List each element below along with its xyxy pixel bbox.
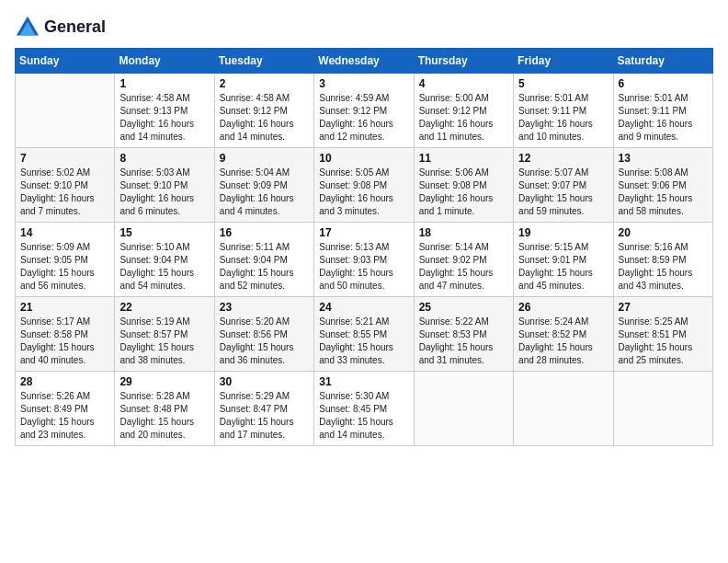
day-number: 14 (20, 226, 109, 239)
weekday-header: Friday (514, 49, 613, 74)
day-number: 8 (119, 152, 209, 165)
day-info: Sunrise: 5:30 AM Sunset: 8:45 PM Dayligh… (319, 390, 408, 442)
day-info: Sunrise: 5:01 AM Sunset: 9:11 PM Dayligh… (518, 92, 608, 144)
day-number: 3 (319, 77, 408, 90)
calendar-cell: 4Sunrise: 5:00 AM Sunset: 9:12 PM Daylig… (414, 74, 513, 148)
day-info: Sunrise: 5:26 AM Sunset: 8:49 PM Dayligh… (20, 390, 109, 442)
day-number: 5 (518, 77, 608, 90)
day-number: 15 (119, 226, 209, 239)
day-info: Sunrise: 4:58 AM Sunset: 9:13 PM Dayligh… (119, 92, 209, 144)
calendar-cell: 10Sunrise: 5:05 AM Sunset: 9:08 PM Dayli… (314, 148, 414, 223)
calendar-week-row: 7Sunrise: 5:02 AM Sunset: 9:10 PM Daylig… (16, 148, 713, 223)
day-info: Sunrise: 5:08 AM Sunset: 9:06 PM Dayligh… (619, 167, 708, 218)
calendar-cell: 28Sunrise: 5:26 AM Sunset: 8:49 PM Dayli… (16, 372, 115, 446)
calendar-cell: 26Sunrise: 5:24 AM Sunset: 8:52 PM Dayli… (514, 297, 613, 372)
day-info: Sunrise: 5:10 AM Sunset: 9:04 PM Dayligh… (119, 241, 209, 293)
logo: General (15, 15, 106, 40)
calendar-cell (414, 372, 513, 446)
calendar-cell: 29Sunrise: 5:28 AM Sunset: 8:48 PM Dayli… (115, 372, 214, 446)
calendar-cell: 25Sunrise: 5:22 AM Sunset: 8:53 PM Dayli… (414, 297, 513, 372)
calendar-cell: 17Sunrise: 5:13 AM Sunset: 9:03 PM Dayli… (314, 223, 414, 297)
day-info: Sunrise: 4:59 AM Sunset: 9:12 PM Dayligh… (319, 92, 408, 144)
calendar-week-row: 1Sunrise: 4:58 AM Sunset: 9:13 PM Daylig… (16, 74, 713, 148)
day-number: 22 (119, 301, 209, 314)
day-number: 9 (220, 152, 309, 165)
calendar-cell: 27Sunrise: 5:25 AM Sunset: 8:51 PM Dayli… (613, 297, 712, 372)
day-info: Sunrise: 5:21 AM Sunset: 8:55 PM Dayligh… (319, 316, 408, 367)
calendar-cell: 18Sunrise: 5:14 AM Sunset: 9:02 PM Dayli… (414, 223, 513, 297)
day-number: 20 (619, 226, 708, 239)
day-info: Sunrise: 5:09 AM Sunset: 9:05 PM Dayligh… (20, 241, 109, 293)
day-info: Sunrise: 5:15 AM Sunset: 9:01 PM Dayligh… (518, 241, 608, 293)
day-info: Sunrise: 5:22 AM Sunset: 8:53 PM Dayligh… (419, 316, 508, 367)
calendar-cell: 20Sunrise: 5:16 AM Sunset: 8:59 PM Dayli… (613, 223, 712, 297)
day-number: 13 (619, 152, 708, 165)
day-number: 26 (518, 301, 608, 314)
weekday-header: Tuesday (214, 49, 313, 74)
day-number: 28 (20, 375, 109, 388)
day-number: 30 (220, 375, 309, 388)
day-number: 31 (319, 375, 408, 388)
calendar-cell: 9Sunrise: 5:04 AM Sunset: 9:09 PM Daylig… (214, 148, 313, 223)
logo-text: General (44, 18, 106, 37)
calendar-cell: 23Sunrise: 5:20 AM Sunset: 8:56 PM Dayli… (214, 297, 313, 372)
day-info: Sunrise: 5:07 AM Sunset: 9:07 PM Dayligh… (518, 167, 608, 218)
calendar-cell: 2Sunrise: 4:58 AM Sunset: 9:12 PM Daylig… (214, 74, 313, 148)
day-number: 19 (518, 226, 608, 239)
calendar-cell (16, 74, 115, 148)
calendar-cell: 8Sunrise: 5:03 AM Sunset: 9:10 PM Daylig… (115, 148, 214, 223)
day-info: Sunrise: 5:25 AM Sunset: 8:51 PM Dayligh… (619, 316, 708, 367)
day-number: 18 (419, 226, 508, 239)
day-info: Sunrise: 5:11 AM Sunset: 9:04 PM Dayligh… (220, 241, 309, 293)
day-info: Sunrise: 5:29 AM Sunset: 8:47 PM Dayligh… (220, 390, 309, 442)
day-number: 17 (319, 226, 408, 239)
calendar-header-row: SundayMondayTuesdayWednesdayThursdayFrid… (16, 49, 713, 74)
day-info: Sunrise: 5:17 AM Sunset: 8:58 PM Dayligh… (20, 316, 109, 367)
calendar-cell: 13Sunrise: 5:08 AM Sunset: 9:06 PM Dayli… (613, 148, 712, 223)
day-number: 6 (619, 77, 708, 90)
weekday-header: Thursday (414, 49, 513, 74)
day-info: Sunrise: 5:24 AM Sunset: 8:52 PM Dayligh… (518, 316, 608, 367)
calendar-table: SundayMondayTuesdayWednesdayThursdayFrid… (15, 48, 713, 446)
calendar-cell: 31Sunrise: 5:30 AM Sunset: 8:45 PM Dayli… (314, 372, 414, 446)
day-number: 27 (619, 301, 708, 314)
day-info: Sunrise: 5:05 AM Sunset: 9:08 PM Dayligh… (319, 167, 408, 218)
day-number: 21 (20, 301, 109, 314)
calendar-cell: 7Sunrise: 5:02 AM Sunset: 9:10 PM Daylig… (16, 148, 115, 223)
calendar-cell: 22Sunrise: 5:19 AM Sunset: 8:57 PM Dayli… (115, 297, 214, 372)
day-info: Sunrise: 5:03 AM Sunset: 9:10 PM Dayligh… (119, 167, 209, 218)
day-number: 24 (319, 301, 408, 314)
day-number: 16 (220, 226, 309, 239)
weekday-header: Wednesday (314, 49, 414, 74)
calendar-cell: 15Sunrise: 5:10 AM Sunset: 9:04 PM Dayli… (115, 223, 214, 297)
day-info: Sunrise: 5:13 AM Sunset: 9:03 PM Dayligh… (319, 241, 408, 293)
calendar-cell: 14Sunrise: 5:09 AM Sunset: 9:05 PM Dayli… (16, 223, 115, 297)
logo-icon (15, 15, 40, 40)
calendar-cell (613, 372, 712, 446)
day-info: Sunrise: 5:04 AM Sunset: 9:09 PM Dayligh… (220, 167, 309, 218)
day-number: 1 (119, 77, 209, 90)
day-number: 29 (119, 375, 209, 388)
day-number: 25 (419, 301, 508, 314)
calendar-cell: 3Sunrise: 4:59 AM Sunset: 9:12 PM Daylig… (314, 74, 414, 148)
day-number: 2 (220, 77, 309, 90)
day-number: 11 (419, 152, 508, 165)
calendar-week-row: 28Sunrise: 5:26 AM Sunset: 8:49 PM Dayli… (16, 372, 713, 446)
calendar-cell: 24Sunrise: 5:21 AM Sunset: 8:55 PM Dayli… (314, 297, 414, 372)
calendar-week-row: 14Sunrise: 5:09 AM Sunset: 9:05 PM Dayli… (16, 223, 713, 297)
calendar-cell: 6Sunrise: 5:01 AM Sunset: 9:11 PM Daylig… (613, 74, 712, 148)
day-info: Sunrise: 5:02 AM Sunset: 9:10 PM Dayligh… (20, 167, 109, 218)
day-info: Sunrise: 5:28 AM Sunset: 8:48 PM Dayligh… (119, 390, 209, 442)
day-info: Sunrise: 5:20 AM Sunset: 8:56 PM Dayligh… (220, 316, 309, 367)
calendar-cell: 19Sunrise: 5:15 AM Sunset: 9:01 PM Dayli… (514, 223, 613, 297)
day-number: 10 (319, 152, 408, 165)
day-info: Sunrise: 5:19 AM Sunset: 8:57 PM Dayligh… (119, 316, 209, 367)
calendar-cell: 16Sunrise: 5:11 AM Sunset: 9:04 PM Dayli… (214, 223, 313, 297)
weekday-header: Monday (115, 49, 214, 74)
calendar-cell: 21Sunrise: 5:17 AM Sunset: 8:58 PM Dayli… (16, 297, 115, 372)
calendar-cell: 11Sunrise: 5:06 AM Sunset: 9:08 PM Dayli… (414, 148, 513, 223)
page-header: General (15, 15, 713, 40)
day-info: Sunrise: 5:14 AM Sunset: 9:02 PM Dayligh… (419, 241, 508, 293)
day-info: Sunrise: 5:00 AM Sunset: 9:12 PM Dayligh… (419, 92, 508, 144)
weekday-header: Saturday (613, 49, 712, 74)
